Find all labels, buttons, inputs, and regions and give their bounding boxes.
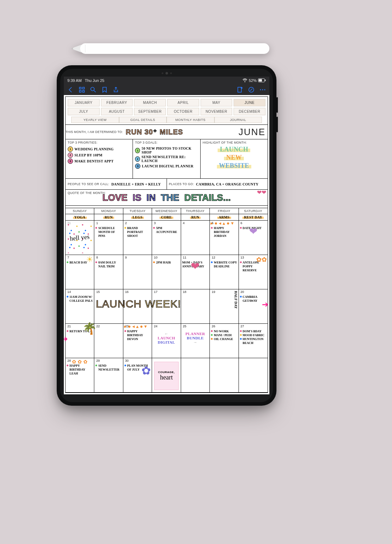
calendar-cell[interactable]: 31hell yes [66,221,94,255]
day-activity: CORE [152,214,181,220]
event-text: DATE NIGHT [243,226,262,230]
month-tab-may[interactable]: MAY [201,99,233,106]
search-icon[interactable] [90,87,96,93]
calendar-cell[interactable]: 1SCHEDULE MONTH OF PINS [94,221,123,255]
calendar-cell[interactable]: 25PLANNERBUNDLE → [181,324,210,358]
calendar-cell[interactable]: 27DOM'S BDAYMOOD FABRICHUNTINGTON BEACH [239,324,268,358]
calendar-cell[interactable]: 7☀︎BEACH DAY [66,255,94,289]
calendar-cell[interactable]: 30✿PLAN MONTH OF JULY [123,358,152,393]
event-text: 5PM ACUPUNTURE [156,226,179,234]
calendar-cell[interactable]: COURAGE,heart [152,358,181,393]
view-tab[interactable]: MONTHLY HABITS [167,117,214,123]
calendar-cell[interactable]: 20CAMBRIA GETAWAY➔ [239,289,268,324]
event-text: HAPPY BIRTHDAY LEAH [69,364,93,376]
new-page-icon[interactable] [237,87,243,93]
highlight-3: WEBSITE [217,162,251,169]
event-text: 11AM ZOOM W/ COLLEGE PALS [69,295,93,303]
calendar-cell[interactable]: 13✿✿ANTELOPE POPPY RESERVE [239,255,268,289]
month-tab-november[interactable]: NOVEMBER [201,108,233,115]
month-tab-august[interactable]: AUGUST [101,108,133,115]
month-tabs: JANUARYFEBRUARYMARCHAPRILMAYJUNEJULYAUGU… [66,97,268,115]
calendar-cell[interactable]: 15LAUNCH WEEK! [94,289,123,324]
highlight-1: LAUNCH [218,146,250,153]
view-tabs: YEARLY VIEWGOAL DETAILSMONTHLY HABITSJOU… [66,115,268,123]
month-tab-april[interactable]: APRIL [167,99,199,106]
event-text: ANTELOPE POPPY RESERVE [243,261,267,272]
calendar-cell[interactable]: 2BRAND PORTRAIT SHOOT [123,221,152,255]
day-header: WEDNESDAY [152,208,181,214]
calendar-cell[interactable]: 28✿ ✿ ✿HAPPY BIRTHDAY LEAH [66,358,94,393]
calendar-cell[interactable]: 24← LAUNCHDIGITAL [152,324,181,358]
month-tab-january[interactable]: JANUARY [68,99,100,106]
back-icon[interactable] [67,87,74,93]
calendar-cell[interactable]: 6❤︎DATE NIGHT [239,221,268,255]
calendar-cell[interactable]: 11❤︎MOM + DAD'S ANNIVERSARY [181,255,210,289]
calendar-cell[interactable]: 23▸ ● ◂ ▴ ● ▾HAPPY BIRTHDAY DEVON [123,324,152,358]
month-tab-july[interactable]: JULY [68,108,100,115]
apple-pencil [71,43,269,54]
month-tab-october[interactable]: OCTOBER [167,108,199,115]
battery-icon [258,78,266,83]
event-text: MANI / PEDI [214,333,232,337]
calendar-cell[interactable]: 35PM ACUPUNTURE [152,221,181,255]
event-text: OIL CHANGE [214,337,233,341]
calendar-cell[interactable]: 5▸ ● ◂ ▴ ● ▾HAPPY BIRTHDAY JORDAN [210,221,239,255]
month-tab-september[interactable]: SEPTEMBER [134,108,166,115]
calendar-cell[interactable]: 17 [152,289,181,324]
ipad-device: 9:39 AM Thu Jun 25 52% [57,65,276,406]
svg-rect-2 [259,79,262,82]
more-icon[interactable] [259,87,266,93]
calendar-cell[interactable]: 1411AM ZOOM W/ COLLEGE PALS [66,289,94,324]
calendar-cell[interactable]: 102PM HAIR [152,255,181,289]
calendar-cell[interactable]: 26NO WORKMANI / PEDIOIL CHANGE [210,324,239,358]
goals-label: TOP 3 GOALS: [135,141,198,144]
grid-icon[interactable] [79,87,85,93]
calendar-cell[interactable]: 19HALF DAY [210,289,239,324]
svg-point-14 [260,89,261,90]
view-tab[interactable]: YEARLY VIEW [71,117,119,123]
priority-2: SLEEP BY 10PM [74,153,102,157]
calendar-cell[interactable]: 16 [123,289,152,324]
event-text: MOOD FABRIC [243,333,264,337]
determined-value: RUN 30⁺ MILES [126,128,183,136]
determined-label: THIS MONTH, I AM DETERMINED TO: [66,130,123,134]
calendar-cell[interactable] [239,358,268,393]
calendar-cell[interactable] [210,358,239,393]
hearts-icon: ❤︎❤︎ [257,189,266,196]
share-icon[interactable] [113,87,119,93]
month-tab-february[interactable]: FEBRUARY [101,99,133,106]
day-header: FRIDAY [210,208,239,214]
day-activity: REST DAY [239,214,268,220]
event-text: BRAND PORTRAIT SHOOT [127,226,151,238]
view-tab[interactable]: GOAL DETAILS [119,117,167,123]
sticker-hell-yes: hell yes [67,222,93,254]
month-tab-december[interactable]: DECEMBER [234,108,265,115]
event-text: WEBSITE COPY DEADLINE [214,261,237,268]
calendar-cell[interactable]: 4 [181,221,210,255]
day-activity: YOGA [66,214,94,220]
day-activities: YOGARUNLEGSCORERUNARMSREST DAY [66,214,268,220]
calendar-cell[interactable]: 22 [94,324,123,358]
calendar-cell[interactable]: 9 [123,255,152,289]
calendar-cell[interactable]: 12WEBSITE COPY DEADLINE [210,255,239,289]
month-tab-june[interactable]: JUNE [234,99,265,106]
month-tab-march[interactable]: MARCH [134,99,166,106]
calendar-cell[interactable]: 29SEND NEWSLETTER [94,358,123,393]
planner-page[interactable]: JANUARYFEBRUARYMARCHAPRILMAYJUNEJULYAUGU… [64,95,269,394]
edit-icon[interactable] [248,87,254,93]
calendar-cell[interactable]: 21🌴RETURN TO LA➔ [66,324,94,358]
svg-rect-3 [265,79,266,81]
calendar-cell[interactable]: 88AM DOLLY NAIL TRIM [94,255,123,289]
view-tab[interactable]: JOURNAL [214,117,262,123]
priority-1: WEDDING PLANNING [74,147,114,151]
calendar-cell[interactable]: 18 [181,289,210,324]
highlight-label: HIGHLIGHT OF THE MONTH: [203,141,265,144]
battery-pct: 52% [249,78,257,83]
svg-rect-7 [83,90,84,92]
bookmark-icon[interactable] [101,87,108,93]
calendar-grid: 31hell yes1SCHEDULE MONTH OF PINS2BRAND … [66,220,268,393]
calendar-cell[interactable] [181,358,210,393]
goal-2: SEND NEWSLETTER RE: LAUNCH [141,155,198,163]
arrow-icon: ➔ [64,334,68,344]
sticker-courage: COURAGE,heart [154,362,178,390]
